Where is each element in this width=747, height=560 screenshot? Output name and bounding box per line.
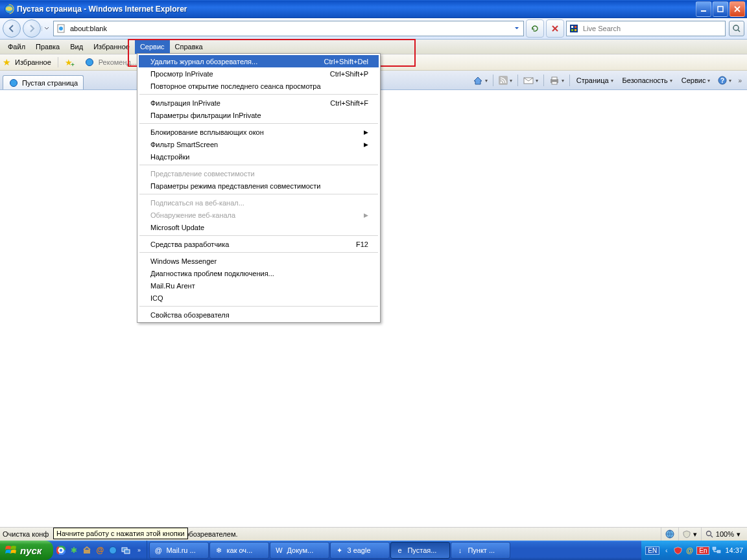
menu-entry-shortcut: Ctrl+Shift+F — [330, 99, 368, 107]
taskbar-item[interactable]: ✦3 eagle — [330, 542, 390, 559]
lang-indicator-2[interactable]: En — [696, 546, 709, 555]
tray-network-icon[interactable] — [711, 546, 721, 555]
ql-overflow[interactable]: » — [133, 544, 145, 556]
menu-item-5[interactable]: Справка — [170, 40, 208, 54]
menu-entry[interactable]: Повторное открытие последнего сеанса про… — [139, 80, 379, 92]
status-protected-mode: ▾ — [678, 528, 701, 541]
menu-item-1[interactable]: Правка — [30, 40, 65, 54]
tray-security-icon[interactable] — [673, 546, 683, 555]
favorites-star-icon[interactable]: ★ — [3, 57, 11, 67]
tray-arrow-icon[interactable]: ‹ — [661, 546, 671, 555]
separator — [543, 75, 544, 86]
taskbar-item-label: Докум... — [287, 546, 313, 554]
security-menu-button[interactable]: Безопасность▾ — [619, 73, 676, 88]
ql-icon-2[interactable]: ✱ — [68, 544, 80, 556]
address-dropdown[interactable] — [512, 26, 521, 31]
search-go-button[interactable] — [729, 21, 744, 36]
ql-icon-3[interactable] — [81, 544, 93, 556]
menu-entry-label: Надстройки — [150, 153, 368, 161]
status-zoom[interactable]: 100%▾ — [701, 528, 744, 541]
clock[interactable]: 14:37 — [725, 546, 743, 554]
taskbar-item-icon: @ — [153, 545, 163, 555]
submenu-arrow-icon: ▶ — [364, 129, 368, 135]
svg-point-12 — [86, 59, 93, 66]
separator — [493, 75, 493, 86]
menu-item-4[interactable]: Сервис — [135, 40, 170, 54]
suggested-link[interactable]: Рекоменд... — [99, 58, 137, 66]
address-bar[interactable] — [53, 21, 524, 36]
stop-button[interactable] — [546, 19, 564, 38]
svg-point-23 — [706, 531, 711, 536]
taskbar-item[interactable]: eПустая... — [390, 542, 450, 559]
taskbar-item[interactable]: ❄как оч... — [209, 542, 269, 559]
menu-entry[interactable]: Фильтр SmartScreen▶ — [139, 138, 379, 150]
window-maximize-button[interactable] — [713, 1, 728, 17]
print-button[interactable]: ▾ — [547, 73, 567, 88]
nav-history-dropdown[interactable] — [42, 26, 51, 31]
menu-entry[interactable]: Надстройки — [139, 150, 379, 163]
page-icon — [56, 23, 66, 34]
ql-icon-6[interactable] — [120, 544, 132, 556]
menu-item-3[interactable]: Избранное — [88, 40, 135, 54]
tray-mail-icon[interactable]: @ — [685, 546, 694, 555]
start-button[interactable]: пуск — [0, 541, 53, 560]
menu-entry[interactable]: Средства разработчикаF12 — [139, 238, 379, 250]
forward-button[interactable] — [23, 19, 41, 38]
help-button[interactable]: ?▾ — [715, 73, 734, 88]
taskbar-items: @Mail.ru ...❄как оч...WДокум...✦3 eaglee… — [147, 541, 641, 560]
menu-entry-label: Mail.Ru Агент — [150, 282, 368, 290]
favorites-label[interactable]: Избранное — [15, 58, 51, 66]
taskbar-item[interactable]: @Mail.ru ... — [149, 542, 209, 559]
menu-entry[interactable]: Удалить журнал обозревателя...Ctrl+Shift… — [139, 55, 379, 67]
status-zone-icon[interactable] — [661, 528, 678, 541]
svg-point-28 — [60, 549, 63, 552]
home-button[interactable]: ▾ — [470, 73, 490, 88]
menu-entry-label: Параметры режима представления совместим… — [150, 182, 368, 190]
menu-entry[interactable]: Mail.Ru Агент — [139, 279, 379, 292]
taskbar-item-label: 3 eagle — [347, 546, 370, 554]
svg-rect-9 — [571, 29, 573, 31]
window-close-button[interactable] — [729, 1, 745, 17]
menu-separator — [139, 252, 378, 253]
menu-entry[interactable]: ICQ — [139, 292, 379, 304]
command-overflow[interactable]: » — [735, 73, 744, 88]
menu-separator — [139, 306, 378, 307]
window-minimize-button[interactable] — [696, 1, 711, 17]
menu-entry-label: Свойства обозревателя — [150, 311, 368, 319]
menu-entry[interactable]: Диагностика проблем подключения... — [139, 267, 379, 279]
menu-entry: Обнаружение веб-канала▶ — [139, 209, 379, 221]
ql-mail-icon[interactable]: @ — [94, 544, 106, 556]
menu-entry-label: Фильтр SmartScreen — [150, 141, 364, 148]
menu-entry[interactable]: Microsoft Update — [139, 221, 379, 233]
window-title-text: Пустая страница - Windows Internet Explo… — [17, 5, 696, 14]
tools-menu-button[interactable]: Сервис▾ — [678, 73, 715, 88]
menu-item-0[interactable]: Файл — [3, 40, 30, 54]
status-text-right: обозревателем. — [185, 530, 237, 538]
menu-entry-label: Блокирование всплывающих окон — [150, 128, 364, 136]
lang-indicator-1[interactable]: EN — [645, 546, 659, 555]
ql-chrome-icon[interactable] — [55, 544, 67, 556]
taskbar-item[interactable]: ↓Пункт ... — [451, 542, 510, 559]
taskbar-item[interactable]: WДокум... — [270, 542, 329, 559]
menu-entry[interactable]: Windows Messenger — [139, 255, 379, 267]
search-input[interactable] — [582, 24, 723, 33]
refresh-button[interactable] — [526, 19, 544, 38]
menu-entry[interactable]: Параметры фильтрации InPrivate — [139, 109, 379, 121]
back-button[interactable] — [3, 19, 21, 38]
menu-entry-label: Представление совместимости — [150, 170, 368, 178]
tab-active[interactable]: Пустая страница — [3, 75, 84, 90]
menu-entry[interactable]: Фильтрация InPrivateCtrl+Shift+F — [139, 97, 379, 109]
ql-ie-icon[interactable] — [107, 544, 119, 556]
mail-button[interactable]: ▾ — [521, 73, 541, 88]
feeds-button[interactable]: ▾ — [496, 73, 515, 88]
menu-entry-shortcut: Ctrl+Shift+P — [330, 70, 368, 78]
menu-entry[interactable]: Свойства обозревателя — [139, 309, 379, 321]
menu-entry[interactable]: Просмотр InPrivateCtrl+Shift+P — [139, 67, 379, 80]
add-favorite-icon[interactable]: ★ + — [65, 58, 73, 67]
menu-entry[interactable]: Блокирование всплывающих окон▶ — [139, 126, 379, 138]
search-box[interactable] — [566, 21, 726, 36]
menu-entry[interactable]: Параметры режима представления совместим… — [139, 180, 379, 192]
page-menu-button[interactable]: Страница▾ — [573, 73, 617, 88]
menu-item-2[interactable]: Вид — [65, 40, 88, 54]
address-input[interactable] — [69, 24, 509, 33]
